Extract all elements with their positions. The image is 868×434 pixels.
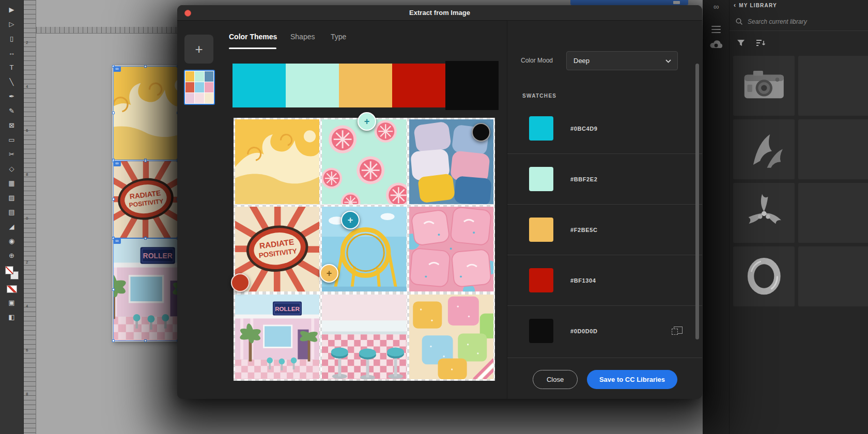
menu-icon[interactable] xyxy=(703,25,730,34)
selection-handle[interactable] xyxy=(144,339,147,342)
chevron-down-icon xyxy=(665,59,671,63)
color-picker-dot-teal[interactable]: + xyxy=(341,211,360,229)
color-picker-dot-mint[interactable]: + xyxy=(358,112,376,131)
dialog-titlebar: Extract from Image xyxy=(177,5,702,21)
preview-tool[interactable]: ◧ xyxy=(4,310,20,324)
palette-block[interactable] xyxy=(233,64,286,107)
swatches-panel: Color Mood Deep SWATCHES #0BC4D9 #BBF2E2… xyxy=(507,21,702,399)
vertical-ruler: 2 4 6 8 0 2 4 6 8 xyxy=(24,0,36,434)
free-transform-tool[interactable]: ◇ xyxy=(4,162,20,176)
search-icon xyxy=(736,18,742,25)
library-search-input[interactable] xyxy=(747,18,840,26)
link-icon[interactable]: ∞ xyxy=(703,2,730,11)
add-image-button[interactable]: + xyxy=(184,35,213,64)
source-image-thumbnail[interactable] xyxy=(184,70,215,105)
swatch-row[interactable]: #BF1304 xyxy=(507,255,702,306)
selection-handle[interactable] xyxy=(112,198,115,200)
scissors-tool[interactable]: ✂ xyxy=(4,147,20,161)
close-button[interactable]: Close xyxy=(533,370,578,389)
swatch-color xyxy=(529,167,553,191)
collage-image-diner-interior[interactable] xyxy=(322,295,406,379)
pencil-tool[interactable]: ✎ xyxy=(4,104,20,118)
palette-block[interactable] xyxy=(339,64,392,107)
note-tool[interactable]: ▤ xyxy=(4,205,20,219)
gap-tool[interactable]: ↔ xyxy=(4,46,20,60)
canvas-frame-radiate[interactable]: ∞ xyxy=(113,161,178,238)
library-item-camera[interactable] xyxy=(733,56,795,116)
link-badge-icon[interactable]: ∞ xyxy=(113,66,121,72)
canvas-frame-wave[interactable]: ∞ xyxy=(113,66,178,160)
line-tool[interactable]: ╲ xyxy=(4,75,20,89)
canvas-frame-diner[interactable]: ∞ xyxy=(113,238,178,341)
screen-mode-tool[interactable]: ▣ xyxy=(4,296,20,309)
library-item-placeholder[interactable] xyxy=(798,183,868,243)
ruler-number: 6 xyxy=(26,128,28,133)
selection-handle[interactable] xyxy=(144,237,147,240)
type-tool[interactable]: T xyxy=(4,60,20,74)
horizontal-ruler xyxy=(36,27,179,34)
palette-block-active[interactable] xyxy=(445,61,499,110)
selection-handle[interactable] xyxy=(144,160,147,162)
frame-tool[interactable]: ⊠ xyxy=(4,118,20,132)
pen-tool[interactable]: ✒ xyxy=(4,89,20,103)
collage-image-grapefruit[interactable] xyxy=(322,119,406,204)
collage-image-wave[interactable] xyxy=(235,119,319,204)
sort-icon[interactable] xyxy=(756,39,766,47)
collage-image-gummies[interactable] xyxy=(409,295,493,379)
fill-stroke-swatch[interactable] xyxy=(5,266,19,280)
selection-handle[interactable] xyxy=(144,65,147,68)
selection-handle[interactable] xyxy=(112,112,115,114)
library-header[interactable]: ‹MY LIBRARY xyxy=(734,2,777,9)
thumb-swatch xyxy=(185,71,194,82)
filter-icon[interactable] xyxy=(737,39,745,47)
page-tool[interactable]: ▯ xyxy=(4,32,20,45)
library-item-holly[interactable] xyxy=(733,183,795,243)
direct-selection-tool[interactable]: ▷ xyxy=(4,17,20,31)
library-item-placeholder[interactable] xyxy=(798,56,868,116)
swatch-row[interactable]: #0BC4D9 xyxy=(507,103,702,154)
save-to-cc-libraries-button[interactable]: Save to CC Libraries xyxy=(587,370,677,389)
library-item-ring[interactable] xyxy=(733,246,795,306)
color-mood-value: Deep xyxy=(574,52,677,70)
palette-block[interactable] xyxy=(392,64,445,107)
collage-image-candy[interactable] xyxy=(409,207,493,291)
library-item-leaves[interactable] xyxy=(733,119,795,179)
swatch-row[interactable]: #0D0D0D xyxy=(507,306,702,357)
cloud-sync-icon[interactable] xyxy=(703,40,730,50)
library-title: MY LIBRARY xyxy=(739,3,777,8)
eyedropper-tool[interactable]: ◢ xyxy=(4,220,20,234)
color-mood-dropdown[interactable]: Deep xyxy=(566,51,678,70)
zoom-tool[interactable]: ⊕ xyxy=(4,249,20,262)
selection-handle[interactable] xyxy=(112,288,115,291)
swatch-row[interactable]: #BBF2E2 xyxy=(507,154,702,205)
rectangle-tool[interactable]: ▭ xyxy=(4,133,20,147)
gradient-tool[interactable]: ▦ xyxy=(4,176,20,190)
fill-swatch[interactable] xyxy=(5,266,13,274)
link-badge-icon[interactable]: ∞ xyxy=(113,238,121,244)
collage-image-diner-exterior[interactable] xyxy=(235,295,319,379)
color-picker-dot-black[interactable] xyxy=(472,123,490,142)
close-window-button[interactable] xyxy=(184,10,191,17)
layers-panel-row-partial[interactable] xyxy=(570,0,688,5)
panel-scrollbar[interactable] xyxy=(695,64,699,339)
color-picker-dot-red[interactable] xyxy=(231,273,250,292)
library-search-row xyxy=(730,12,868,31)
copy-swatch-icon[interactable] xyxy=(674,327,683,334)
chevron-left-icon[interactable]: ‹ xyxy=(734,2,736,9)
palette-block[interactable] xyxy=(286,64,339,107)
swatch-row[interactable]: #F2BE5C xyxy=(507,205,702,255)
tab-color-themes[interactable]: Color Themes xyxy=(229,33,277,41)
gradient-feather-tool[interactable]: ▨ xyxy=(4,191,20,205)
tab-shapes[interactable]: Shapes xyxy=(290,33,315,41)
selection-handle[interactable] xyxy=(112,339,115,342)
hand-tool[interactable]: ◉ xyxy=(4,234,20,248)
link-badge-icon[interactable]: ∞ xyxy=(113,161,121,166)
panel-dock: ∞ xyxy=(703,0,730,434)
collage-grid xyxy=(234,118,495,381)
color-picker-dot-orange[interactable]: + xyxy=(320,264,338,283)
library-item-placeholder[interactable] xyxy=(798,246,868,306)
tab-type[interactable]: Type xyxy=(331,33,346,41)
apply-none-swatch[interactable] xyxy=(7,285,17,293)
selection-tool[interactable]: ▶ xyxy=(4,3,20,17)
library-item-placeholder[interactable] xyxy=(798,119,868,179)
